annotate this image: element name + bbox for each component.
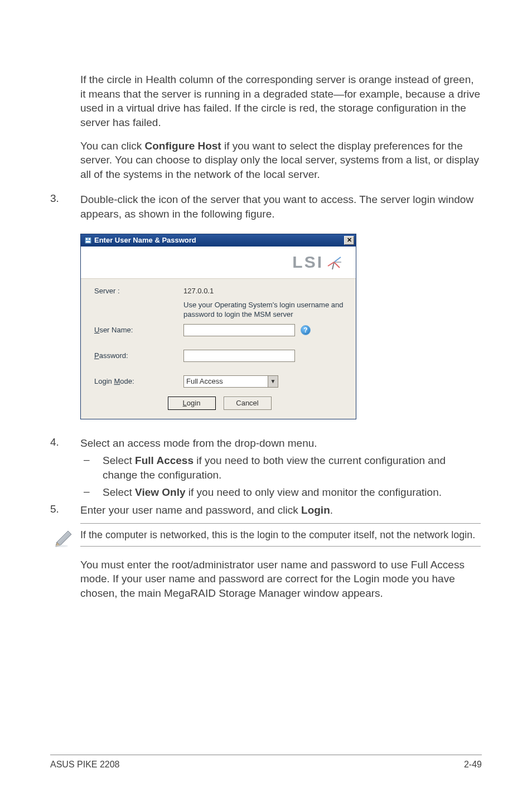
username-label: User Name: — [94, 326, 183, 334]
bullet-full-access: – Select Full Access if you need to both… — [80, 453, 482, 482]
app-icon — [84, 236, 92, 244]
username-row: User Name: ? — [94, 324, 345, 336]
step-5: 5. Enter your user name and password, an… — [50, 503, 482, 518]
server-label: Server : — [94, 287, 183, 295]
text: ser Name: — [99, 326, 133, 334]
m-mnemonic: M — [114, 377, 120, 385]
login-dialog: Enter User Name & Password ✕ LSI — [80, 234, 356, 419]
text: . — [330, 504, 333, 516]
dialog-titlebar: Enter User Name & Password ✕ — [81, 234, 356, 247]
server-row: Server : 127.0.0.1 — [94, 287, 345, 295]
svg-rect-1 — [86, 238, 88, 240]
full-access-label: Full Access — [135, 455, 194, 466]
p-mnemonic: P — [94, 351, 99, 360]
svg-rect-2 — [89, 238, 90, 240]
footer-left: ASUS PIKE 2208 — [50, 760, 120, 770]
paragraph-root-access: You must enter the root/administrator us… — [80, 558, 482, 601]
lsi-logo-text: LSI — [292, 253, 323, 272]
step-number: 4. — [50, 436, 80, 451]
text: Enter your user name and password, and c… — [80, 504, 301, 516]
text: Login — [94, 377, 114, 385]
dialog-title: Enter User Name & Password — [94, 236, 344, 244]
svg-line-4 — [334, 257, 341, 262]
footer-right: 2-49 — [464, 760, 482, 770]
bullet-dash: – — [80, 453, 103, 482]
login-hint: Use your Operating System's login userna… — [183, 301, 345, 320]
paragraph-configure-host: You can click Configure Host if you want… — [80, 139, 482, 182]
text: You can click — [80, 140, 144, 152]
help-icon[interactable]: ? — [301, 325, 311, 335]
step-number: 3. — [50, 192, 80, 221]
chevron-down-icon: ▼ — [268, 376, 278, 387]
svg-rect-3 — [86, 241, 90, 243]
svg-point-11 — [55, 545, 68, 547]
server-value: 127.0.0.1 — [183, 287, 214, 295]
text: assword: — [99, 351, 128, 360]
step-text: Enter your user name and password, and c… — [80, 503, 482, 518]
paragraph-health: If the circle in Health column of the co… — [80, 73, 482, 130]
text: if you need to only view and monitor the… — [186, 486, 442, 498]
lsi-logo: LSI — [292, 253, 342, 272]
svg-rect-0 — [85, 237, 91, 244]
step-text: Double-click the icon of the server that… — [80, 192, 482, 221]
step-number: 5. — [50, 503, 80, 518]
svg-line-6 — [334, 262, 340, 268]
password-row: Password: — [94, 350, 345, 362]
login-button[interactable]: Login — [168, 397, 216, 410]
l-mnemonic: L — [183, 399, 187, 407]
lsi-burst-icon — [326, 254, 342, 270]
logo-row: LSI — [81, 247, 356, 279]
login-mode-label: Login Mode: — [94, 377, 183, 385]
username-input[interactable] — [183, 324, 295, 336]
step-text: Select an access mode from the drop-down… — [80, 436, 482, 451]
login-label: Login — [301, 504, 330, 516]
u-mnemonic: U — [94, 326, 99, 334]
bullet-dash: – — [80, 485, 103, 500]
password-label: Password: — [94, 351, 183, 360]
step-3: 3. Double-click the icon of the server t… — [50, 192, 482, 221]
text: Select — [103, 455, 135, 466]
cancel-button[interactable]: Cancel — [224, 397, 272, 410]
page-footer: ASUS PIKE 2208 2-49 — [50, 755, 482, 770]
bullet-view-only: – Select View Only if you need to only v… — [80, 485, 482, 500]
text: ode: — [120, 377, 134, 385]
note-text: If the computer is networked, this is th… — [80, 523, 481, 547]
login-mode-select[interactable]: Full Access ▼ — [183, 375, 278, 388]
text: Select — [103, 486, 135, 498]
login-mode-value: Full Access — [186, 377, 223, 385]
password-input[interactable] — [183, 350, 295, 362]
login-mode-row: Login Mode: Full Access ▼ — [94, 375, 345, 388]
view-only-label: View Only — [135, 486, 185, 498]
note: If the computer is networked, this is th… — [50, 523, 482, 550]
step-4: 4. Select an access mode from the drop-d… — [50, 436, 482, 451]
pencil-icon — [50, 523, 80, 550]
text: ogin — [187, 399, 201, 407]
close-button[interactable]: ✕ — [344, 236, 354, 245]
configure-host-label: Configure Host — [144, 140, 221, 152]
